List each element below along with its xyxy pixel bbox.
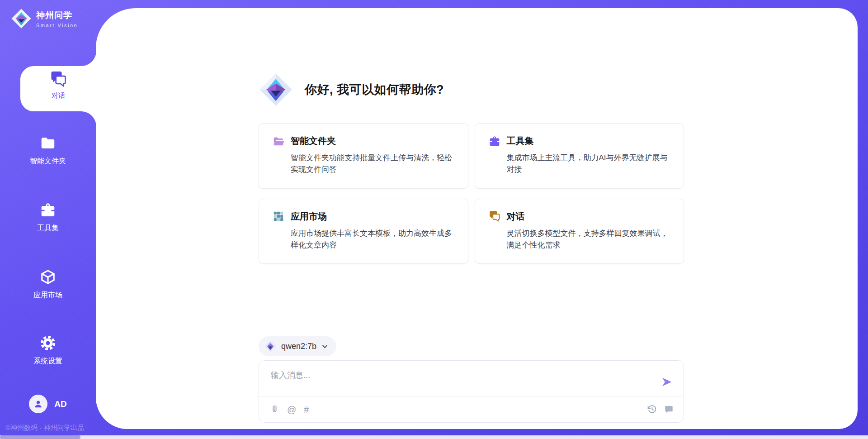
- paperclip-icon[interactable]: [270, 405, 279, 414]
- scrollbar-thumb[interactable]: [0, 435, 80, 439]
- greeting-logo-icon: [259, 72, 293, 107]
- card-head: 智能文件夹: [273, 135, 454, 147]
- chevron-down-icon: [321, 343, 328, 350]
- brand: 神州问学 Smart Vision: [11, 8, 78, 29]
- message-input-placeholder: 输入消息...: [271, 370, 310, 396]
- sidebar-item-toolset[interactable]: 工具集: [0, 202, 96, 233]
- greeting-text: 你好, 我可以如何帮助你?: [305, 81, 444, 98]
- sidebar-item-label: 系统设置: [33, 357, 62, 366]
- card-description: 应用市场提供丰富长文本模板，助力高效生成多样化文章内容: [291, 228, 454, 252]
- toolbox-icon: [40, 202, 56, 218]
- card-title: 应用市场: [291, 210, 327, 223]
- brand-text: 神州问学 Smart Vision: [36, 10, 78, 28]
- main-panel: 你好, 我可以如何帮助你? 智能文件夹 智能文件夹功能支持批量文件上传与清洗，轻…: [96, 8, 858, 429]
- model-selector[interactable]: qwen2:7b: [259, 336, 336, 356]
- chat-icon: [489, 210, 500, 222]
- gear-icon: [40, 335, 56, 351]
- at-icon[interactable]: @: [287, 405, 296, 414]
- toolbar-right-group: [647, 405, 674, 414]
- sidebar-item-label: 智能文件夹: [30, 157, 66, 166]
- folder-open-icon: [273, 135, 284, 147]
- greeting-row: 你好, 我可以如何帮助你?: [259, 72, 684, 107]
- chat-icon: [50, 71, 67, 88]
- message-composer[interactable]: 输入消息... @ #: [259, 360, 684, 423]
- brand-tagline: Smart Vision: [36, 23, 78, 28]
- copyright-text: ©神州数码 · 神州问学出品: [5, 424, 84, 432]
- user-profile[interactable]: AD: [0, 395, 96, 413]
- feature-cards: 智能文件夹 智能文件夹功能支持批量文件上传与清洗，轻松实现文件问答 工具集 集成…: [259, 123, 684, 264]
- history-icon[interactable]: [647, 405, 657, 414]
- sidebar-item-label: 工具集: [37, 224, 59, 233]
- card-title: 工具集: [507, 135, 534, 147]
- card-smart-folder[interactable]: 智能文件夹 智能文件夹功能支持批量文件上传与清洗，轻松实现文件问答: [259, 123, 468, 189]
- hash-icon[interactable]: #: [304, 405, 309, 414]
- avatar: [29, 395, 47, 413]
- horizontal-scrollbar[interactable]: [0, 435, 868, 439]
- sidebar-item-smart-folder[interactable]: 智能文件夹: [0, 135, 96, 166]
- brand-name: 神州问学: [36, 10, 78, 21]
- card-toolset[interactable]: 工具集 集成市场上主流工具，助力AI与外界无缝扩展与对接: [475, 123, 684, 189]
- card-head: 对话: [489, 210, 670, 223]
- toolbox-icon: [489, 135, 500, 147]
- sidebar-item-chat[interactable]: 对话: [20, 66, 96, 110]
- card-app-market[interactable]: 应用市场 应用市场提供丰富长文本模板，助力高效生成多样化文章内容: [259, 199, 468, 264]
- brand-logo-icon: [11, 8, 32, 29]
- card-description: 灵活切换多模型文件，支持多样回复效果调试，满足个性化需求: [507, 228, 670, 252]
- card-head: 应用市场: [273, 210, 454, 223]
- grid-icon: [273, 210, 284, 222]
- send-icon[interactable]: [661, 376, 673, 388]
- person-icon: [33, 398, 44, 410]
- composer-toolbar: @ #: [259, 396, 684, 422]
- sidebar-item-label: 对话: [52, 91, 65, 100]
- composer-input-area[interactable]: 输入消息...: [259, 361, 684, 396]
- folder-icon: [40, 135, 56, 151]
- model-name: qwen2:7b: [281, 342, 316, 351]
- main-content: 你好, 我可以如何帮助你? 智能文件夹 智能文件夹功能支持批量文件上传与清洗，轻…: [259, 8, 684, 423]
- sidebar-item-app-market[interactable]: 应用市场: [0, 269, 96, 300]
- card-description: 智能文件夹功能支持批量文件上传与清洗，轻松实现文件问答: [291, 152, 454, 176]
- card-description: 集成市场上主流工具，助力AI与外界无缝扩展与对接: [507, 152, 670, 176]
- model-logo-icon: [264, 340, 276, 352]
- sidebar-item-settings[interactable]: 系统设置: [0, 335, 96, 366]
- card-title: 智能文件夹: [291, 135, 336, 147]
- sidebar-item-label: 应用市场: [33, 291, 62, 300]
- comment-icon[interactable]: [664, 405, 674, 414]
- card-head: 工具集: [489, 135, 670, 147]
- card-title: 对话: [507, 210, 525, 223]
- user-initials: AD: [54, 399, 66, 409]
- card-chat[interactable]: 对话 灵活切换多模型文件，支持多样回复效果调试，满足个性化需求: [475, 199, 684, 264]
- cube-icon: [40, 269, 56, 285]
